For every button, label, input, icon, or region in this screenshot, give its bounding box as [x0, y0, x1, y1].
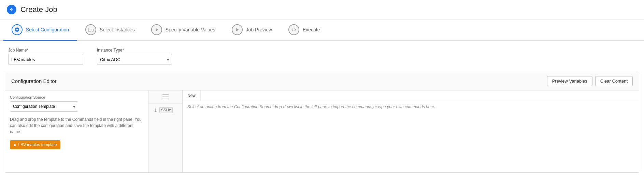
page-header: Create Job — [0, 0, 644, 19]
config-source-select[interactable]: Configuration Template Script Custom — [10, 101, 78, 112]
config-editor-header: Configuration Editor Preview Variables C… — [5, 72, 639, 90]
config-hint-text: Drag and drop the template to the Comman… — [10, 116, 143, 135]
job-name-label: Job Name* — [8, 48, 83, 53]
tab-select-configuration[interactable]: Select Configuration — [3, 19, 77, 41]
tab-label-specify-variables: Specify Variable Values — [166, 27, 215, 32]
tab-specify-variables[interactable]: Specify Variable Values — [143, 19, 224, 41]
job-name-input[interactable] — [8, 54, 83, 65]
config-right-pane: New Select an option from the Configurat… — [183, 90, 639, 172]
clear-content-button[interactable]: Clear Content — [595, 76, 633, 86]
config-source-select-wrap: Configuration Template Script Custom ▾ — [10, 101, 78, 112]
back-button[interactable] — [7, 5, 16, 14]
tab-icon-select-instances — [85, 24, 96, 35]
line-number: 1 — [151, 108, 157, 113]
tab-icon-specify-variables — [151, 24, 162, 35]
hamburger-line-2 — [162, 97, 169, 97]
hamburger-icon[interactable] — [162, 95, 169, 99]
config-editor-section: Configuration Editor Preview Variables C… — [5, 72, 639, 173]
wizard-tabs: Select Configuration Select Instances Sp… — [0, 19, 644, 41]
hamburger-line-1 — [162, 95, 169, 95]
editor-tab-bar: New — [183, 90, 639, 101]
config-left-pane: Configuration Source Configuration Templ… — [5, 90, 148, 172]
instance-type-group: Instance Type* Citrix ADC NetScaler Othe… — [97, 48, 172, 65]
instance-type-label: Instance Type* — [97, 48, 172, 53]
config-editor-title: Configuration Editor — [11, 78, 57, 84]
tab-icon-execute — [288, 24, 299, 35]
tab-job-preview[interactable]: Job Preview — [224, 19, 280, 41]
hamburger-area — [148, 90, 182, 104]
preview-variables-button[interactable]: Preview Variables — [547, 76, 592, 86]
editor-placeholder: Select an option from the Configuration … — [183, 101, 639, 113]
page-title: Create Job — [20, 5, 57, 14]
hamburger-line-3 — [162, 99, 169, 99]
tab-execute[interactable]: Execute — [280, 19, 328, 41]
template-item-icon: ● — [13, 142, 16, 147]
template-item-label: LBVariables template — [18, 142, 57, 147]
config-middle-pane: 1 SSH▾ — [148, 90, 183, 172]
tab-label-select-configuration: Select Configuration — [26, 27, 69, 32]
config-source-label: Configuration Source — [10, 95, 143, 99]
tab-icon-job-preview — [232, 24, 243, 35]
tab-icon-select-configuration — [12, 24, 23, 35]
line-row-1: 1 SSH▾ — [148, 106, 182, 114]
form-section: Job Name* Instance Type* Citrix ADC NetS… — [0, 41, 644, 72]
ssh-badge[interactable]: SSH▾ — [159, 107, 173, 113]
tab-label-select-instances: Select Instances — [100, 27, 135, 32]
job-name-group: Job Name* — [8, 48, 83, 65]
editor-tab-new[interactable]: New — [183, 90, 201, 101]
line-number-area: 1 SSH▾ — [148, 104, 182, 116]
instance-type-select-wrap: Citrix ADC NetScaler Other ▾ — [97, 54, 172, 65]
template-item[interactable]: ● LBVariables template — [10, 140, 60, 149]
config-editor-body: Configuration Source Configuration Templ… — [5, 90, 639, 172]
tab-label-job-preview: Job Preview — [246, 27, 272, 32]
header-actions: Preview Variables Clear Content — [547, 76, 633, 86]
tab-label-execute: Execute — [303, 27, 320, 32]
instance-type-select[interactable]: Citrix ADC NetScaler Other — [97, 54, 172, 65]
tab-select-instances[interactable]: Select Instances — [77, 19, 143, 41]
